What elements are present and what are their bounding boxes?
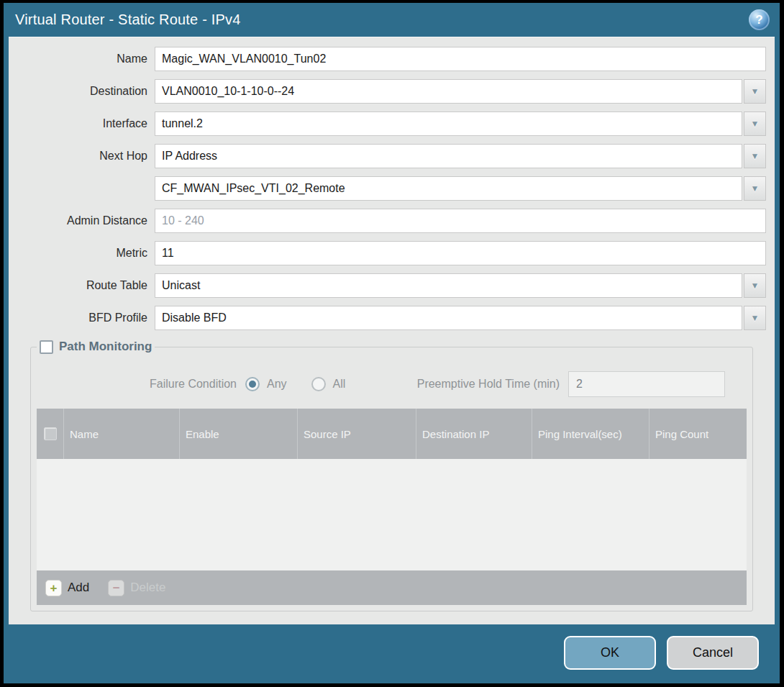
next-hop-type-dropdown-button[interactable]: ▼ xyxy=(744,144,766,168)
form-row-interface: Interface ▼ xyxy=(17,112,766,136)
radio-any-label: Any xyxy=(267,378,287,391)
form-row-metric: Metric xyxy=(17,241,766,265)
column-header-destination-ip[interactable]: Destination IP xyxy=(416,409,532,459)
preemptive-hold-time-label: Preemptive Hold Time (min) xyxy=(417,378,568,391)
next-hop-label: Next Hop xyxy=(17,150,155,163)
add-icon: + xyxy=(45,580,62,596)
admin-distance-input[interactable] xyxy=(155,209,766,233)
chevron-down-icon: ▼ xyxy=(751,314,760,322)
name-input[interactable] xyxy=(155,47,766,71)
title-bar: Virtual Router - Static Route - IPv4 ? xyxy=(4,3,780,37)
interface-input[interactable] xyxy=(155,112,742,136)
route-table-label: Route Table xyxy=(17,279,155,292)
path-monitoring-table: Name Enable Source IP Destination IP Pin… xyxy=(37,409,747,605)
column-header-enable[interactable]: Enable xyxy=(179,409,297,459)
admin-distance-label: Admin Distance xyxy=(17,214,155,227)
destination-input[interactable] xyxy=(155,79,742,104)
table-toolbar: + Add − Delete xyxy=(37,570,747,605)
delete-icon: − xyxy=(108,580,124,596)
metric-input[interactable] xyxy=(155,241,766,265)
delete-button-label: Delete xyxy=(130,581,165,595)
chevron-down-icon: ▼ xyxy=(751,184,760,193)
radio-all-icon[interactable] xyxy=(311,377,326,391)
dialog-title: Virtual Router - Static Route - IPv4 xyxy=(15,12,241,28)
table-header-select-all xyxy=(37,409,63,459)
select-all-checkbox[interactable] xyxy=(44,427,57,440)
radio-all-label: All xyxy=(333,378,346,391)
ok-button[interactable]: OK xyxy=(564,636,656,670)
help-icon[interactable]: ? xyxy=(749,9,770,30)
path-monitoring-options-row: Failure Condition Any All Preemptive Hol… xyxy=(35,371,742,397)
column-header-source-ip[interactable]: Source IP xyxy=(297,409,416,459)
path-monitoring-title: Path Monitoring xyxy=(59,340,152,354)
form-row-name: Name xyxy=(17,47,766,71)
add-button[interactable]: + Add xyxy=(45,580,89,596)
table-header-row: Name Enable Source IP Destination IP Pin… xyxy=(37,409,747,459)
chevron-down-icon: ▼ xyxy=(751,281,760,290)
path-monitoring-legend: Path Monitoring xyxy=(37,340,155,354)
chevron-down-icon: ▼ xyxy=(751,152,760,160)
radio-any-icon[interactable] xyxy=(245,377,260,391)
interface-dropdown-button[interactable]: ▼ xyxy=(744,112,766,136)
column-header-ping-count[interactable]: Ping Count xyxy=(649,409,747,459)
form-row-destination: Destination ▼ xyxy=(17,79,766,104)
failure-condition-any-option[interactable]: Any xyxy=(245,377,287,391)
metric-label: Metric xyxy=(17,247,155,260)
failure-condition-all-option[interactable]: All xyxy=(311,377,346,391)
bfd-profile-label: BFD Profile xyxy=(17,311,155,324)
failure-condition-label: Failure Condition xyxy=(35,378,245,391)
form-row-route-table: Route Table ▼ xyxy=(17,273,766,298)
delete-button[interactable]: − Delete xyxy=(108,580,165,596)
bfd-profile-dropdown-button[interactable]: ▼ xyxy=(744,306,766,330)
chevron-down-icon: ▼ xyxy=(751,119,760,128)
form-row-next-hop: Next Hop ▼ xyxy=(17,144,766,168)
route-table-dropdown-button[interactable]: ▼ xyxy=(744,273,766,298)
form-row-admin-distance: Admin Distance xyxy=(17,209,766,233)
footer-bar: OK Cancel xyxy=(4,624,780,683)
column-header-name[interactable]: Name xyxy=(63,409,179,459)
column-header-ping-interval[interactable]: Ping Interval(sec) xyxy=(532,409,649,459)
next-hop-address-input[interactable] xyxy=(155,176,742,201)
static-route-dialog: Virtual Router - Static Route - IPv4 ? N… xyxy=(4,3,780,683)
form-row-next-hop-address: ▼ xyxy=(17,176,766,201)
bfd-profile-input[interactable] xyxy=(155,306,742,330)
table-body-empty xyxy=(37,459,747,570)
interface-label: Interface xyxy=(17,117,155,130)
chevron-down-icon: ▼ xyxy=(751,87,760,96)
add-button-label: Add xyxy=(68,581,89,595)
next-hop-type-input[interactable] xyxy=(155,144,742,168)
next-hop-address-dropdown-button[interactable]: ▼ xyxy=(744,176,766,201)
route-table-input[interactable] xyxy=(155,273,742,298)
preemptive-hold-time-input[interactable] xyxy=(568,371,725,397)
destination-dropdown-button[interactable]: ▼ xyxy=(744,79,766,104)
cancel-button[interactable]: Cancel xyxy=(667,636,759,670)
path-monitoring-section: Path Monitoring Failure Condition Any Al… xyxy=(30,340,753,611)
path-monitoring-checkbox[interactable] xyxy=(40,340,53,354)
form-row-bfd-profile: BFD Profile ▼ xyxy=(17,306,766,330)
name-label: Name xyxy=(17,53,155,65)
dialog-content: Name Destination ▼ Interface ▼ xyxy=(9,37,775,624)
destination-label: Destination xyxy=(17,85,155,98)
